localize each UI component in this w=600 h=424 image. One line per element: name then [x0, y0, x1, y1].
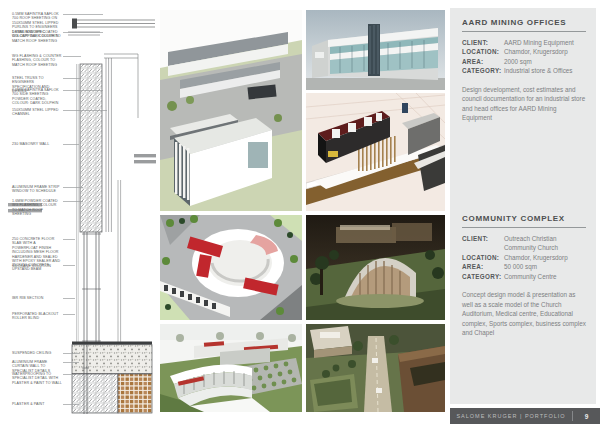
leader-line: [63, 353, 79, 354]
detail-annotation: 0.5mm Safintra Saflok 700 side sheeting …: [12, 88, 62, 106]
render-warehouse-interior-axon: [306, 93, 445, 211]
project-description: Design development, cost estimates and c…: [462, 85, 586, 123]
field-value: Community Centre: [504, 272, 586, 281]
detail-annotation: 1.6mm powder coated WG flashing, colour …: [12, 199, 62, 217]
field-location: LOCATION: Chamdor, Krugersdorp: [462, 253, 586, 262]
field-label: CLIENT:: [462, 38, 504, 47]
leader-line: [63, 78, 81, 79]
leader-line: [63, 56, 81, 57]
detail-annotation: 150x50mm steel lipped channel: [12, 108, 62, 117]
field-label: CATEGORY:: [462, 66, 504, 75]
field-value: 2000 sqm: [504, 57, 586, 66]
leader-line: [63, 32, 103, 33]
detail-annotation: Plaster & paint: [12, 402, 62, 406]
field-location: LOCATION: Chamdor, Krugersdorp: [462, 47, 586, 56]
project-info-panel: AARD MINING OFFICES CLIENT: AARD Mining …: [450, 8, 596, 404]
detail-annotation: Perforated blackout roller blind: [12, 312, 62, 321]
field-label: LOCATION:: [462, 253, 504, 262]
field-label: LOCATION:: [462, 47, 504, 56]
field-value: Chamdor, Krugersdorp: [504, 253, 586, 262]
project-description: Concept design model & presentation as w…: [462, 290, 586, 337]
detail-annotation: IBR rib section: [12, 296, 62, 300]
project-title: AARD MINING OFFICES: [462, 18, 586, 32]
field-client: CLIENT: AARD Mining Equipment: [462, 38, 586, 47]
leader-line: [63, 362, 79, 363]
field-category: CATEGORY: Industrial store & Offices: [462, 66, 586, 75]
footer-page-number: 9: [573, 413, 600, 420]
field-area: AREA: 50 000 sqm: [462, 262, 586, 271]
field-value: AARD Mining Equipment: [504, 38, 586, 47]
leader-line: [63, 374, 75, 375]
render-stadium-aerial: [160, 215, 302, 320]
leader-line: [63, 239, 75, 240]
detail-annotation: WG flashing & counter flashing, colour t…: [12, 54, 62, 67]
detail-annotation: 250x450 concrete upstand beam: [12, 263, 62, 272]
field-label: CLIENT:: [462, 234, 504, 253]
leader-line: [63, 14, 103, 15]
detail-annotation: Suspended ceiling: [12, 351, 62, 355]
leader-line: [63, 265, 75, 266]
field-label: AREA:: [462, 57, 504, 66]
field-client: CLIENT: Outreach Christian Community Chu…: [462, 234, 586, 253]
leader-line: [63, 201, 83, 202]
field-value: Outreach Christian Community Church: [504, 234, 586, 253]
footer-portfolio-label: SALOME KRUGER | PORTFOLIO: [450, 413, 572, 419]
field-value: Industrial store & Offices: [504, 66, 586, 75]
wall-section-detail-drawing: 0.5mm Safintra Saflok 700 roof sheeting …: [8, 8, 156, 416]
leader-line: [63, 144, 79, 145]
detail-annotation: Waterproofing to specialist detail with …: [12, 372, 62, 385]
field-area: AREA: 2000 sqm: [462, 57, 586, 66]
photo-scale-model-aerial-road: [306, 324, 445, 412]
field-label: AREA:: [462, 262, 504, 271]
leader-line: [63, 90, 103, 91]
leader-line: [63, 298, 75, 299]
photo-scale-model-auditorium: [306, 215, 445, 320]
detail-annotation: 1.6mm powder coated WG capping, colour t…: [12, 30, 62, 43]
leader-line: [63, 404, 79, 405]
render-industrial-aerial: [160, 10, 302, 211]
detail-annotation: Aluminium frame strip window to schedule: [12, 185, 62, 194]
field-category: CATEGORY: Community Centre: [462, 272, 586, 281]
project-title: COMMUNITY COMPLEX: [462, 214, 586, 228]
project-aard-mining-offices: AARD MINING OFFICES CLIENT: AARD Mining …: [462, 18, 586, 123]
field-label: CATEGORY:: [462, 272, 504, 281]
field-value: 50 000 sqm: [504, 262, 586, 271]
field-value: Chamdor, Krugersdorp: [504, 47, 586, 56]
leader-line: [63, 187, 83, 188]
leader-line: [63, 110, 107, 111]
render-campus-aerial: [160, 324, 302, 412]
render-office-building: [306, 10, 445, 90]
leader-line: [63, 314, 75, 315]
project-community-complex: COMMUNITY COMPLEX CLIENT: Outreach Chris…: [462, 214, 586, 337]
footer-bar: SALOME KRUGER | PORTFOLIO 9: [450, 408, 600, 424]
detail-annotation: 230 masonry wall: [12, 142, 62, 146]
